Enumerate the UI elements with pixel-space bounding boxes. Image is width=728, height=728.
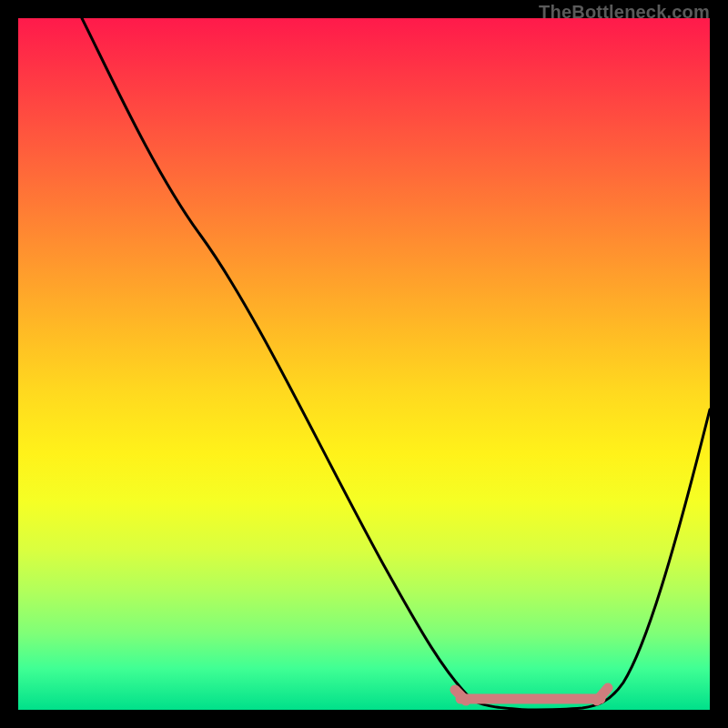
chart-frame: TheBottleneck.com bbox=[0, 0, 728, 728]
flat-band bbox=[455, 688, 608, 701]
plot-area bbox=[18, 18, 710, 710]
curve-layer bbox=[18, 18, 710, 710]
bottleneck-curve bbox=[82, 18, 710, 710]
watermark-text: TheBottleneck.com bbox=[539, 2, 710, 23]
